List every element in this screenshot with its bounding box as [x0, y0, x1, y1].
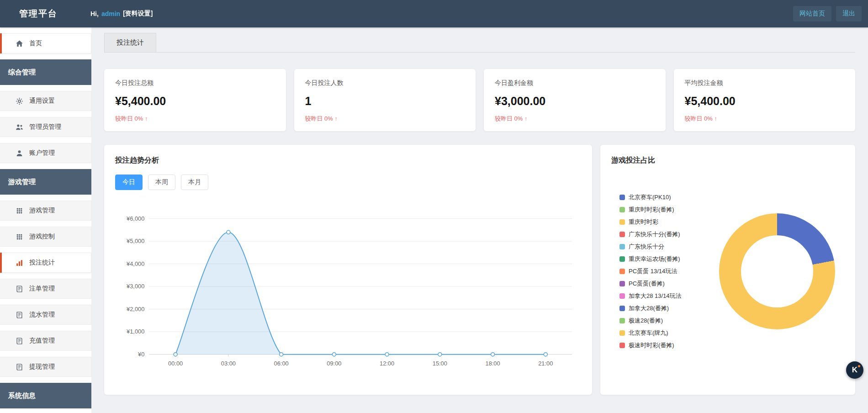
stat-title: 今日投注总额: [115, 79, 275, 87]
legend-item[interactable]: PC蛋蛋 13/14玩法: [619, 267, 682, 275]
sidebar-item-home[interactable]: 首页: [0, 33, 91, 53]
sidebar-item-label: 充值管理: [29, 337, 55, 345]
sidebar-item-label: 管理员管理: [29, 123, 61, 131]
main-content: 投注统计 今日投注总额¥5,400.00较昨日 0% ↑今日投注人数1较昨日 0…: [91, 0, 868, 408]
sidebar-item-turnover-management[interactable]: 流水管理: [0, 305, 91, 325]
sidebar-item-game-control[interactable]: 游戏控制: [0, 227, 91, 247]
legend-label: 北京赛车(PK10): [629, 193, 671, 201]
home-icon: [16, 40, 23, 48]
pie-legend: 北京赛车(PK10)重庆时时彩(番摊)重庆时时彩广东快乐十分(番摊)广东快乐十分…: [619, 191, 682, 351]
filter-today[interactable]: 今日: [115, 175, 143, 190]
sidebar-item-label: 通用设置: [29, 97, 55, 105]
sidebar-item-bet-stats[interactable]: 投注统计: [0, 253, 91, 273]
sidebar-item-order-management[interactable]: 注单管理: [0, 279, 91, 299]
y-axis-label: ¥1,000: [126, 328, 144, 335]
game-share-card: 游戏投注占比 北京赛车(PK10)重庆时时彩(番摊)重庆时时彩广东快乐十分(番摊…: [600, 145, 855, 395]
x-axis-label: 06:00: [274, 360, 289, 367]
pie-chart-body: 北京赛车(PK10)重庆时时彩(番摊)重庆时时彩广东快乐十分(番摊)广东快乐十分…: [611, 191, 844, 351]
sidebar: 首页综合管理通用设置管理员管理账户管理游戏管理游戏管理游戏控制投注统计注单管理流…: [0, 27, 91, 413]
stat-title: 今日投注人数: [305, 79, 465, 87]
tab-bet-stats[interactable]: 投注统计: [104, 33, 156, 52]
legend-swatch: [619, 330, 625, 336]
y-axis-label: ¥0: [138, 351, 144, 358]
sidebar-section-general-management: 综合管理: [0, 59, 91, 85]
ledger-icon: [16, 311, 23, 319]
legend-item[interactable]: 重庆时时彩: [619, 218, 682, 226]
ledger-icon: [16, 363, 23, 371]
stats-icon: [16, 259, 23, 267]
stat-value: 1: [305, 95, 465, 108]
legend-label: 极速时时彩(番摊): [629, 341, 674, 349]
stat-title: 平均投注金额: [685, 79, 845, 87]
trend-filters: 今日本周本月: [115, 175, 581, 190]
legend-swatch: [619, 256, 625, 262]
filter-this-week[interactable]: 本周: [148, 175, 175, 190]
legend-label: 北京赛车(牌九): [629, 329, 668, 337]
x-axis-label: 18:00: [485, 360, 500, 367]
app-title: 管理平台: [19, 8, 58, 20]
stats-row: 今日投注总额¥5,400.00较昨日 0% ↑今日投注人数1较昨日 0% ↑今日…: [104, 69, 855, 131]
greeting-prefix: Hi,: [90, 10, 99, 17]
legend-swatch: [619, 293, 625, 299]
legend-item[interactable]: 北京赛车(牌九): [619, 329, 682, 337]
sidebar-item-admin-management[interactable]: 管理员管理: [0, 117, 91, 137]
stat-card-today-profit: 今日盈利金额¥3,000.00较昨日 0% ↑: [484, 69, 666, 131]
legend-swatch: [619, 281, 625, 286]
stat-value: ¥3,000.00: [495, 95, 655, 108]
legend-swatch: [619, 306, 625, 311]
logout-button[interactable]: 退出: [836, 6, 862, 21]
gear-icon: [16, 97, 23, 105]
profile-settings-link[interactable]: [资料设置]: [123, 10, 153, 18]
sidebar-item-withdraw-management[interactable]: 提现管理: [0, 357, 91, 377]
grid-icon: [16, 233, 23, 241]
sidebar-item-account-management[interactable]: 账户管理: [0, 143, 91, 163]
legend-item[interactable]: 加拿大28 13/14玩法: [619, 292, 682, 300]
legend-label: 极速28(番摊): [629, 317, 663, 325]
legend-label: 重庆时时彩(番摊): [629, 206, 674, 214]
admins-icon: [16, 123, 23, 131]
x-axis-label: 00:00: [168, 360, 183, 367]
legend-item[interactable]: PC蛋蛋(番摊): [619, 280, 682, 288]
sidebar-item-label: 提现管理: [29, 363, 55, 371]
stat-card-today-bet-total: 今日投注总额¥5,400.00较昨日 0% ↑: [104, 69, 286, 131]
legend-label: PC蛋蛋(番摊): [629, 280, 665, 288]
legend-swatch: [619, 232, 625, 237]
grid-icon: [16, 207, 23, 215]
floating-widget-button[interactable]: K: [846, 361, 863, 379]
sidebar-item-label: 流水管理: [29, 311, 55, 319]
sidebar-item-label: 游戏控制: [29, 233, 55, 241]
pie-chart-title: 游戏投注占比: [611, 156, 844, 165]
legend-swatch: [619, 343, 625, 348]
stat-value: ¥5,400.00: [685, 95, 845, 108]
y-axis-label: ¥2,000: [126, 306, 144, 312]
trend-chart-title: 投注趋势分析: [115, 156, 581, 165]
sidebar-item-game-manage[interactable]: 游戏管理: [0, 201, 91, 221]
legend-item[interactable]: 极速时时彩(番摊): [619, 341, 682, 349]
sidebar-item-recharge-management[interactable]: 充值管理: [0, 331, 91, 351]
legend-item[interactable]: 广东快乐十分: [619, 243, 682, 251]
legend-item[interactable]: 加拿大28(番摊): [619, 304, 682, 312]
filter-this-month[interactable]: 本月: [181, 175, 208, 190]
legend-item[interactable]: 广东快乐十分(番摊): [619, 230, 682, 238]
y-axis-label: ¥3,000: [126, 283, 144, 290]
legend-item[interactable]: 重庆时时彩(番摊): [619, 206, 682, 214]
sidebar-item-label: 账户管理: [29, 149, 55, 157]
stat-value: ¥5,400.00: [115, 95, 275, 108]
legend-item[interactable]: 重庆幸运农场(番摊): [619, 255, 682, 263]
legend-item[interactable]: 极速28(番摊): [619, 317, 682, 325]
sidebar-item-label: 首页: [29, 39, 42, 48]
y-axis-label: ¥6,000: [126, 215, 144, 222]
y-axis-label: ¥5,000: [126, 238, 144, 244]
tab-bar: 投注统计: [104, 33, 855, 53]
ledger-icon: [16, 337, 23, 345]
data-point-dot: [332, 353, 336, 356]
donut-chart: [719, 213, 835, 329]
site-home-button[interactable]: 网站首页: [793, 6, 831, 21]
legend-item[interactable]: 北京赛车(PK10): [619, 193, 682, 201]
sidebar-item-general-settings[interactable]: 通用设置: [0, 91, 91, 111]
data-point-dot: [385, 353, 389, 356]
floating-widget-label: K: [852, 365, 857, 375]
legend-swatch: [619, 219, 625, 225]
trend-area: [175, 232, 545, 354]
stat-change: 较昨日 0% ↑: [685, 115, 845, 123]
